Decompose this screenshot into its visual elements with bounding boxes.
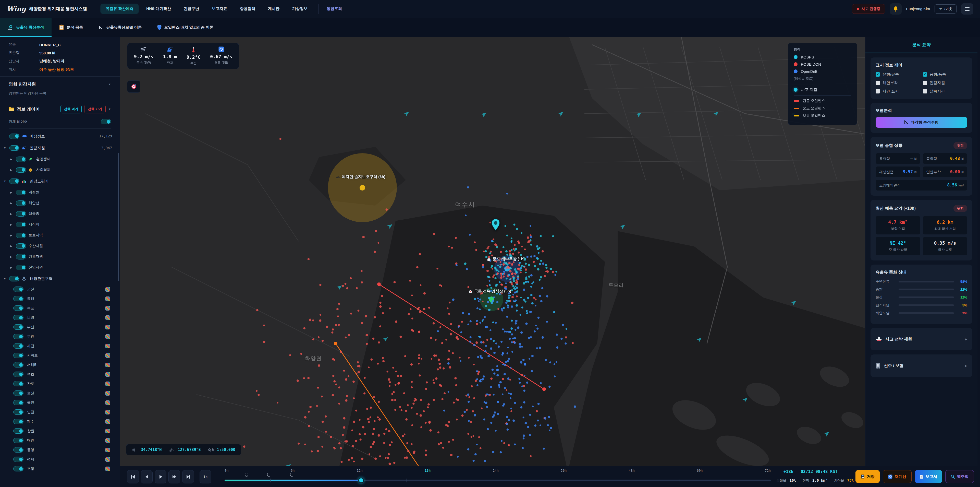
region-style-swatch-button[interactable] [105,334,110,339]
fence-deployment-marker[interactable] [245,473,248,477]
region-style-swatch-button[interactable] [105,344,110,348]
region-style-swatch-button[interactable] [105,438,110,443]
layer-toggle[interactable] [9,276,19,281]
region-style-swatch-button[interactable] [105,362,110,367]
tab-diffusion-model-theory[interactable]: 유출유확산모델 이론 [91,18,149,37]
layer-toggle[interactable] [16,200,26,206]
timeline-tick[interactable]: 48h [628,469,635,473]
layer-toggle[interactable] [16,254,26,259]
checkbox[interactable] [876,89,880,93]
layer-toggle[interactable] [16,167,26,172]
layer-toggle[interactable] [16,156,26,162]
owner-insurance-card[interactable]: 선주 / 보험 ▶ [870,354,972,377]
marker-label-wetland[interactable]: 여자만 습지보호구역 (6h) [336,174,385,179]
region-toggle[interactable] [13,362,24,367]
region-style-swatch-button[interactable] [105,353,110,358]
chevron-right-icon[interactable]: ▶ [10,245,16,247]
marker-label-beach[interactable]: 종포 해수욕장 (1h) [487,257,525,262]
tab-spill-diffusion-analysis[interactable]: 유출유 확산분석 [0,18,52,37]
timeline-tick[interactable]: 6h [291,469,295,473]
region-style-swatch-button[interactable] [105,382,110,386]
region-toggle[interactable] [13,419,24,424]
vessel-specs-card[interactable]: 사고 선박 제원 ▶ [870,328,972,350]
all-layers-on-button[interactable]: 전체 켜기 [60,105,82,113]
display-option[interactable]: 날짜시간 [923,89,967,94]
chevron-down-icon[interactable]: ▼ [3,180,9,183]
logout-button[interactable]: 로그아웃 [935,4,956,14]
region-style-swatch-button[interactable] [105,287,110,292]
region-toggle[interactable] [13,438,24,443]
region-toggle[interactable] [13,466,24,471]
master-layer-toggle[interactable] [101,119,111,125]
fence-deployment-marker[interactable] [267,473,270,477]
region-toggle[interactable] [13,296,24,301]
region-style-swatch-button[interactable] [105,306,110,311]
skip-to-start-button[interactable] [127,470,139,484]
region-style-swatch-button[interactable] [105,429,110,433]
tab-oil-fence-algorithm-theory[interactable]: 오일펜스 배치 알고리즘 이론 [150,18,221,37]
timeline-handle[interactable] [358,477,364,483]
checkbox[interactable] [923,81,927,85]
chevron-down-icon[interactable]: ▼ [108,107,111,110]
region-style-swatch-button[interactable] [105,325,110,329]
chevron-down-icon[interactable]: ▼ [3,147,9,149]
region-style-swatch-button[interactable] [105,391,110,396]
polygon-analysis-button[interactable]: 다각형 분석수행 [876,117,967,128]
region-style-swatch-button[interactable] [105,466,110,471]
chevron-right-icon[interactable]: ▶ [10,191,16,194]
layer-toggle[interactable] [16,211,26,217]
recalculate-button[interactable]: 재계산 [883,470,912,483]
region-toggle[interactable] [13,381,24,386]
chevron-right-icon[interactable]: ▶ [10,223,16,226]
nav-item[interactable]: HNS·대기확산 [141,4,176,14]
timeline-tick[interactable]: 24h [493,469,498,473]
nav-item[interactable]: 보고자료 [207,4,232,14]
checkbox[interactable] [923,89,927,93]
backtrack-button[interactable]: 역추적 [945,470,974,483]
region-style-swatch-button[interactable] [105,401,110,405]
display-option[interactable]: 민감자원 [923,80,967,85]
incident-pin-icon[interactable] [490,218,501,231]
region-style-swatch-button[interactable] [105,448,110,452]
layer-toggle[interactable] [16,222,26,227]
marker-label-farm[interactable]: 국동 전복 양식장 (3h) [469,289,511,294]
chevron-right-icon[interactable]: ▶ [10,234,16,237]
chevron-right-icon[interactable]: ▶ [10,212,16,215]
layer-toggle[interactable] [9,145,19,151]
skip-to-end-button[interactable] [182,470,194,484]
menu-button[interactable] [961,3,974,14]
nav-item[interactable]: 항공탐색 [235,4,260,14]
display-option[interactable]: 풍향/풍속 [923,72,967,77]
region-toggle[interactable] [13,428,24,434]
region-style-swatch-button[interactable] [105,419,110,424]
timeline-tick[interactable]: 0h [224,469,229,473]
region-toggle[interactable] [13,353,24,358]
layer-toggle[interactable] [16,233,26,238]
checkbox[interactable] [876,72,880,77]
region-style-swatch-button[interactable] [105,297,110,301]
timeline-slider[interactable] [224,480,771,481]
nav-item[interactable]: 유출유 확산예측 [100,4,138,14]
region-toggle[interactable] [13,334,24,339]
chevron-right-icon[interactable]: ▶ [10,158,16,161]
timeline-tick[interactable]: 72h [765,469,770,473]
checkbox[interactable] [876,81,880,85]
region-style-swatch-button[interactable] [105,372,110,377]
nav-item[interactable]: 긴급구난 [179,4,204,14]
notifications-button[interactable] [890,3,902,14]
layer-toggle[interactable] [9,179,19,184]
fast-forward-button[interactable] [169,470,180,484]
region-toggle[interactable] [13,343,24,348]
region-toggle[interactable] [13,447,24,452]
region-toggle[interactable] [13,409,24,415]
tab-analysis-list[interactable]: 분석 목록 [52,18,91,37]
timeline-tick[interactable]: 36h [561,469,566,473]
chevron-down-icon[interactable]: ▼ [3,277,9,280]
layer-toggle[interactable] [9,134,19,139]
region-style-swatch-button[interactable] [105,410,110,415]
region-toggle[interactable] [13,315,24,320]
nav-item[interactable]: 게시판 [263,4,285,14]
sidebar-scrollbar[interactable] [118,153,119,281]
layer-toggle[interactable] [16,190,26,195]
speed-button[interactable]: 1× [200,470,211,484]
